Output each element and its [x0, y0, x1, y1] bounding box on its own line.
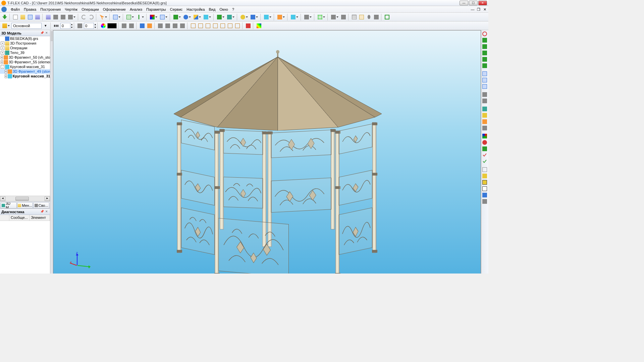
- menu-window[interactable]: Окно: [217, 7, 230, 12]
- diag-col-icon[interactable]: [0, 215, 9, 221]
- tree-expander-icon[interactable]: +: [1, 51, 4, 55]
- select-button[interactable]: [99, 14, 108, 20]
- material-button[interactable]: [317, 14, 326, 20]
- axis-toggle-icon[interactable]: [482, 133, 488, 139]
- rotate-icon[interactable]: [482, 63, 488, 69]
- copy-button[interactable]: [263, 14, 272, 20]
- pan-icon[interactable]: [482, 56, 488, 62]
- color-wheel-button[interactable]: [100, 22, 107, 29]
- menu-edit[interactable]: Правка: [22, 7, 38, 12]
- library-button[interactable]: [27, 14, 34, 20]
- delete-face-button[interactable]: [303, 14, 313, 20]
- view-top-icon[interactable]: [482, 83, 488, 89]
- shaded-edge-icon[interactable]: [482, 179, 488, 185]
- 3d-node-button[interactable]: [159, 14, 168, 20]
- cut-button[interactable]: [226, 14, 235, 20]
- layer-icon-button[interactable]: [1, 22, 11, 29]
- snap-origin-icon[interactable]: [482, 106, 488, 112]
- print-preview-button[interactable]: [52, 14, 59, 20]
- revolve-button[interactable]: [182, 14, 192, 20]
- view-5-button[interactable]: [219, 22, 226, 29]
- snap-face-icon[interactable]: [482, 119, 488, 125]
- num-input-2[interactable]: [84, 23, 94, 29]
- doc-restore-button[interactable]: ❐: [476, 7, 481, 11]
- clip-icon[interactable]: [482, 92, 488, 98]
- blend-button[interactable]: [203, 14, 212, 20]
- snap-3-button[interactable]: [172, 22, 178, 29]
- hole-button[interactable]: [239, 14, 249, 20]
- color-swatch[interactable]: [107, 23, 117, 28]
- tree-scrollbar[interactable]: ◄ ►: [0, 196, 50, 201]
- view-1-button[interactable]: [190, 22, 197, 29]
- undo-button[interactable]: [80, 14, 87, 20]
- tree-expander-icon[interactable]: +: [5, 74, 7, 78]
- tree-expander-icon[interactable]: -: [1, 65, 4, 69]
- menu-file[interactable]: Файл: [9, 7, 22, 12]
- menu-construct[interactable]: Построения: [38, 7, 63, 12]
- tree-item[interactable]: +3D Фрагмент_49 (storona.g: [0, 69, 50, 74]
- scroll-thumb[interactable]: [15, 197, 29, 201]
- redo-button[interactable]: [88, 14, 95, 20]
- close-panel-icon[interactable]: ✕: [45, 31, 49, 35]
- pin-icon[interactable]: 📌: [40, 31, 44, 35]
- array-button[interactable]: [250, 14, 259, 20]
- link-button[interactable]: [373, 14, 380, 20]
- save-all-button[interactable]: [45, 14, 52, 20]
- frame-icon[interactable]: [482, 146, 488, 152]
- hidden-line-icon[interactable]: [482, 186, 488, 192]
- render-mode-icon[interactable]: [482, 198, 488, 204]
- zoom-in-icon[interactable]: [482, 44, 488, 50]
- layer-dropdown[interactable]: ▾: [42, 22, 49, 29]
- snap-edge-icon[interactable]: [482, 125, 488, 131]
- tree-expander-icon[interactable]: +: [5, 70, 7, 73]
- render-button[interactable]: [256, 22, 262, 29]
- scroll-left-icon[interactable]: ◄: [0, 196, 5, 201]
- tree-expander-icon[interactable]: [1, 37, 4, 41]
- diag-pin-icon[interactable]: 📌: [40, 210, 44, 214]
- center-icon[interactable]: [482, 139, 488, 145]
- tree-item[interactable]: +Операции: [0, 46, 50, 50]
- doc-close-button[interactable]: ✕: [482, 7, 487, 11]
- tab-menu[interactable]: Мен...: [17, 202, 33, 208]
- lcs-button[interactable]: [149, 14, 158, 20]
- filter-1-button[interactable]: [139, 22, 146, 29]
- perspective-icon[interactable]: [482, 192, 488, 198]
- view-7-button[interactable]: [234, 22, 241, 29]
- shaded-icon[interactable]: [482, 173, 488, 179]
- snap-1-button[interactable]: [157, 22, 164, 29]
- shell-button[interactable]: [216, 14, 225, 20]
- workplane-button[interactable]: [125, 14, 135, 20]
- menu-design[interactable]: Оформление: [101, 7, 128, 12]
- layer-combo[interactable]: [11, 23, 42, 29]
- axis-button[interactable]: [136, 14, 145, 20]
- app-menu-icon[interactable]: [1, 7, 7, 12]
- tree-item[interactable]: -Круговой массив_31: [0, 64, 50, 69]
- hide-icon[interactable]: [482, 98, 488, 104]
- boolean-button[interactable]: [193, 14, 202, 20]
- tree-expander-icon[interactable]: +: [1, 42, 4, 45]
- diag-col-element[interactable]: Элемент: [30, 215, 50, 221]
- menu-help[interactable]: ?: [230, 7, 236, 12]
- tree-item[interactable]: +3D Построения: [0, 41, 50, 46]
- tree-expander-icon[interactable]: +: [1, 60, 3, 64]
- menu-view[interactable]: Вид: [207, 7, 218, 12]
- props-button[interactable]: [121, 22, 127, 29]
- plane-button[interactable]: [112, 14, 121, 20]
- snap-2-button[interactable]: [164, 22, 171, 29]
- tree-item[interactable]: +Круговой массив_31: [0, 74, 50, 78]
- attach-button[interactable]: [366, 14, 372, 20]
- section-button[interactable]: [340, 14, 347, 20]
- confirm-icon[interactable]: [482, 152, 488, 158]
- face-button[interactable]: [290, 14, 299, 20]
- extrude-button[interactable]: [172, 14, 182, 20]
- menu-operations[interactable]: Операции: [79, 7, 101, 12]
- visibility-button[interactable]: [128, 22, 135, 29]
- 3d-viewport[interactable]: z y x: [53, 30, 481, 274]
- close-button[interactable]: ✕: [478, 1, 487, 5]
- new-button[interactable]: [12, 14, 19, 20]
- scroll-right-icon[interactable]: ►: [45, 196, 50, 201]
- menu-analysis[interactable]: Анализ: [128, 7, 144, 12]
- tab-props[interactable]: Сво...: [33, 202, 49, 208]
- wireframe-icon[interactable]: [482, 167, 488, 173]
- tree-item[interactable]: +3D Фрагмент_50 (vh_storona.g: [0, 55, 50, 60]
